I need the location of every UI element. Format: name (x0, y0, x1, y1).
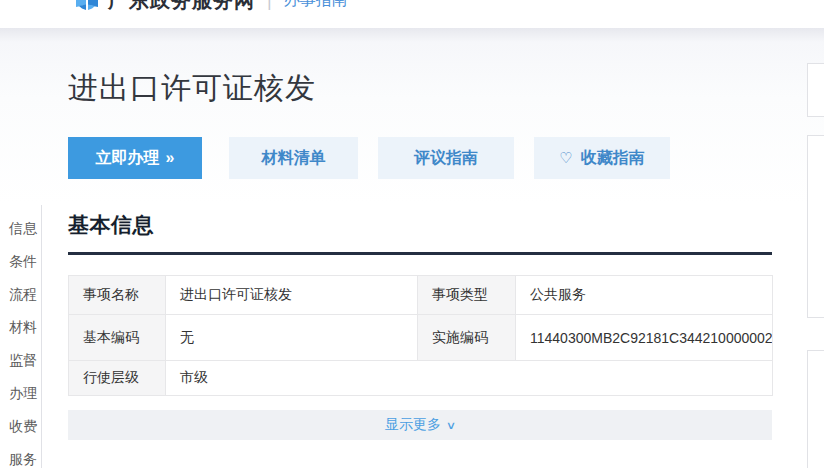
review-guide-label: 评议指南 (414, 148, 478, 169)
site-name[interactable]: 广东政务服务网 (108, 0, 255, 14)
header-section-label: 办事指南 (284, 0, 348, 11)
right-card (807, 350, 824, 468)
heart-icon: ♡ (559, 149, 572, 167)
apply-now-button[interactable]: 立即办理 » (68, 137, 202, 179)
cell-item-type-label: 事项类型 (418, 276, 516, 315)
sidebar-item-handle[interactable]: 办理 (9, 385, 37, 401)
materials-list-button[interactable]: 材料清单 (229, 137, 358, 179)
sidebar-item-materials[interactable]: 材料 (9, 319, 37, 335)
double-arrow-icon: » (166, 149, 175, 167)
materials-list-label: 材料清单 (262, 148, 326, 169)
table-row: 事项名称 进出口许可证核发 事项类型 公共服务 (69, 276, 773, 315)
basic-info-table: 事项名称 进出口许可证核发 事项类型 公共服务 基本编码 无 实施编码 1144… (68, 275, 773, 396)
table-row: 基本编码 无 实施编码 11440300MB2C92181C3442100000… (69, 315, 773, 361)
favorite-guide-label: 收藏指南 (581, 148, 645, 169)
cell-impl-code-value: 11440300MB2C92181C3442100000028 (516, 315, 773, 361)
cell-exercise-level-label: 行使层级 (69, 361, 166, 396)
cell-item-name-value: 进出口许可证核发 (166, 276, 418, 315)
right-card (807, 135, 824, 318)
top-header: 广东政务服务网 | 办事指南 (0, 0, 824, 28)
cell-item-type-value: 公共服务 (516, 276, 773, 315)
sidebar-item-fees[interactable]: 收费 (9, 418, 37, 434)
sidebar-item-service[interactable]: 服务 (9, 451, 37, 467)
chevron-down-icon: ∨ (446, 419, 456, 432)
cell-basic-code-label: 基本编码 (69, 315, 166, 361)
apply-now-label: 立即办理 (96, 148, 160, 169)
sidebar-item-supervise[interactable]: 监督 (9, 352, 37, 368)
show-more-label: 显示更多 (385, 416, 441, 434)
show-more-button[interactable]: 显示更多 ∨ (68, 410, 772, 440)
sidebar-item-info[interactable]: 信息 (9, 220, 37, 236)
cell-basic-code-value: 无 (166, 315, 418, 361)
page-title: 进出口许可证核发 (68, 68, 316, 109)
cell-impl-code-label: 实施编码 (418, 315, 516, 361)
sidebar-item-process[interactable]: 流程 (9, 286, 37, 302)
page-banner: 进出口许可证核发 立即办理 » 材料清单 评议指南 ♡ 收藏指南 (0, 28, 824, 205)
cell-exercise-level-value: 市级 (166, 361, 773, 396)
table-row: 行使层级 市级 (69, 361, 773, 396)
anchor-sidebar: 信息 条件 流程 材料 监督 办理 收费 服务 (0, 205, 42, 468)
favorite-guide-button[interactable]: ♡ 收藏指南 (534, 137, 670, 179)
site-logo-icon[interactable] (75, 0, 99, 11)
sidebar-item-conditions[interactable]: 条件 (9, 253, 37, 269)
action-buttons: 立即办理 » 材料清单 评议指南 ♡ 收藏指南 (68, 137, 690, 179)
section-heading-basic-info: 基本信息 (68, 211, 772, 239)
main-content: 基本信息 事项名称 进出口许可证核发 事项类型 公共服务 基本编码 无 实施编码… (68, 205, 772, 440)
cell-item-name-label: 事项名称 (69, 276, 166, 315)
heading-underline (68, 252, 772, 255)
review-guide-button[interactable]: 评议指南 (378, 137, 514, 179)
right-card (807, 63, 824, 117)
header-divider: | (267, 0, 272, 11)
